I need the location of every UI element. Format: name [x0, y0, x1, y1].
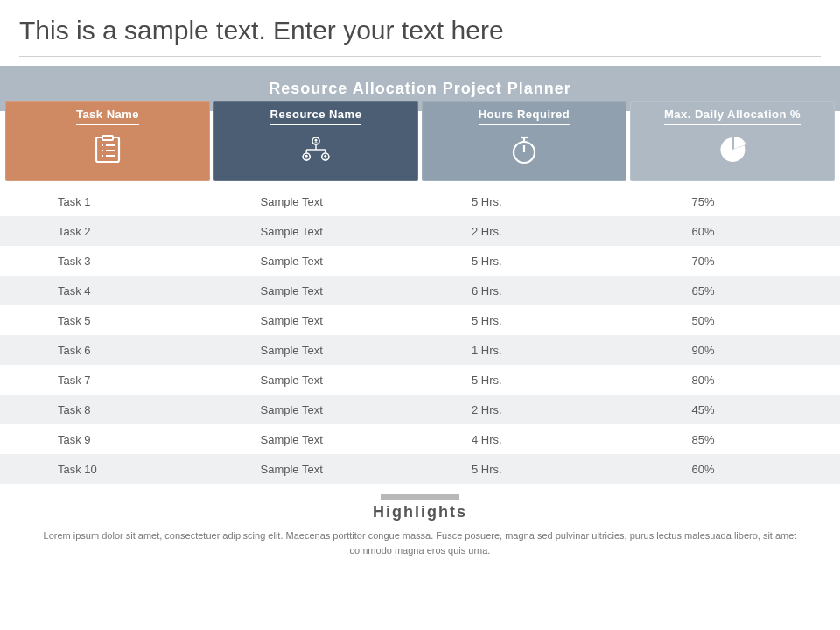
- cell-max: 85%: [620, 433, 841, 446]
- cell-resource: Sample Text: [206, 225, 410, 238]
- cell-max: 90%: [620, 344, 841, 357]
- cell-resource: Sample Text: [206, 284, 410, 298]
- cell-task: Task 3: [0, 255, 206, 268]
- column-label-max: Max. Daily Allocation %: [664, 108, 801, 125]
- column-header-max: Max. Daily Allocation %: [630, 101, 835, 181]
- cell-resource: Sample Text: [206, 314, 410, 327]
- table-row: Task 6 Sample Text 1 Hrs. 90%: [0, 335, 840, 365]
- cell-resource: Sample Text: [206, 463, 410, 476]
- svg-rect-1: [102, 136, 113, 140]
- svg-point-15: [305, 155, 308, 158]
- cell-resource: Sample Text: [206, 195, 410, 208]
- table-row: Task 9 Sample Text 4 Hrs. 85%: [0, 424, 840, 454]
- column-header-resource: Resource Name: [214, 101, 418, 181]
- cell-hours: 5 Hrs.: [409, 463, 620, 476]
- cell-resource: Sample Text: [206, 403, 410, 416]
- cell-task: Task 9: [0, 433, 206, 446]
- pie-chart-icon: [717, 134, 748, 165]
- highlights-section: Highlights Lorem ipsum dolor sit amet, c…: [0, 494, 840, 557]
- cell-max: 50%: [620, 314, 841, 327]
- column-label-hours: Hours Required: [479, 108, 570, 125]
- cell-resource: Sample Text: [206, 374, 410, 387]
- table-header-row: Task Name Resource Name: [0, 101, 840, 181]
- stopwatch-icon: [508, 134, 540, 165]
- cell-hours: 5 Hrs.: [409, 255, 620, 268]
- cell-task: Task 10: [0, 463, 206, 476]
- table-row: Task 8 Sample Text 2 Hrs. 45%: [0, 395, 840, 424]
- checklist-icon: [92, 134, 123, 165]
- svg-point-17: [324, 155, 326, 158]
- cell-max: 60%: [620, 225, 841, 238]
- column-label-resource: Resource Name: [270, 108, 362, 125]
- table-row: Task 5 Sample Text 5 Hrs. 50%: [0, 305, 840, 335]
- cell-task: Task 5: [0, 314, 206, 327]
- cell-max: 70%: [620, 255, 841, 268]
- cell-hours: 6 Hrs.: [409, 284, 620, 298]
- svg-point-9: [315, 139, 318, 142]
- cell-max: 65%: [620, 284, 841, 298]
- highlights-body: Lorem ipsum dolor sit amet, consectetuer…: [35, 528, 805, 557]
- cell-max: 75%: [620, 195, 841, 208]
- cell-hours: 1 Hrs.: [409, 344, 620, 357]
- cell-resource: Sample Text: [206, 344, 410, 357]
- table-body: Task 1 Sample Text 5 Hrs. 75% Task 2 Sam…: [0, 186, 840, 484]
- table-row: Task 2 Sample Text 2 Hrs. 60%: [0, 216, 840, 246]
- cell-task: Task 4: [0, 284, 206, 298]
- cell-hours: 2 Hrs.: [409, 403, 620, 416]
- cell-max: 60%: [620, 463, 841, 476]
- cell-hours: 5 Hrs.: [409, 374, 620, 387]
- table-row: Task 7 Sample Text 5 Hrs. 80%: [0, 365, 840, 395]
- cell-resource: Sample Text: [206, 433, 410, 446]
- slide: This is a sample text. Enter your text h…: [0, 0, 840, 630]
- cell-hours: 2 Hrs.: [409, 225, 620, 238]
- column-header-task: Task Name: [5, 101, 210, 181]
- table-row: Task 10 Sample Text 5 Hrs. 60%: [0, 454, 840, 484]
- page-title: This is a sample text. Enter your text h…: [0, 0, 840, 47]
- people-tree-icon: [300, 134, 332, 165]
- cell-task: Task 2: [0, 225, 206, 238]
- title-underline: [19, 56, 821, 57]
- cell-hours: 5 Hrs.: [409, 314, 620, 327]
- cell-task: Task 6: [0, 344, 206, 357]
- highlights-bar: [381, 494, 459, 500]
- table-row: Task 1 Sample Text 5 Hrs. 75%: [0, 186, 840, 216]
- cell-hours: 5 Hrs.: [409, 195, 620, 208]
- cell-task: Task 7: [0, 374, 206, 387]
- cell-max: 80%: [620, 374, 841, 387]
- column-label-task: Task Name: [76, 108, 139, 125]
- column-header-hours: Hours Required: [422, 101, 626, 181]
- highlights-title: Highlights: [35, 503, 805, 522]
- table-row: Task 4 Sample Text 6 Hrs. 65%: [0, 276, 840, 305]
- cell-task: Task 1: [0, 195, 206, 208]
- cell-task: Task 8: [0, 403, 206, 416]
- cell-max: 45%: [620, 403, 841, 416]
- cell-hours: 4 Hrs.: [409, 433, 620, 446]
- cell-resource: Sample Text: [206, 255, 410, 268]
- table-row: Task 3 Sample Text 5 Hrs. 70%: [0, 246, 840, 276]
